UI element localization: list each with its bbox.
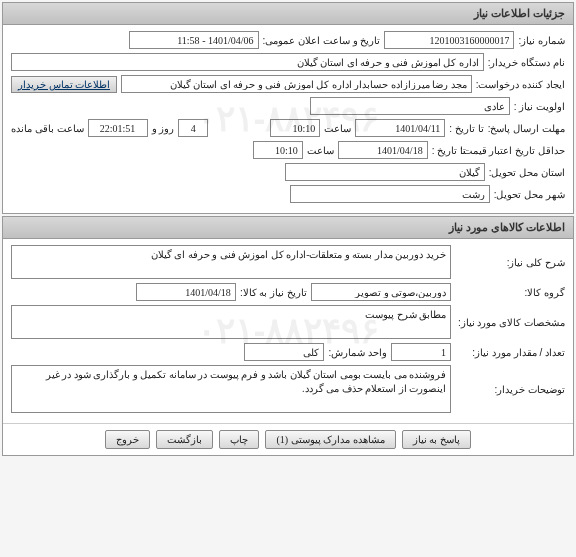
reply-button[interactable]: پاسخ به نیاز [402,430,471,449]
need-date-field[interactable] [136,283,236,301]
action-buttons-row: پاسخ به نیاز مشاهده مدارک پیوستی (1) چاپ… [3,423,573,455]
need-details-panel: جزئیات اطلاعات نیاز ۰۲۱-۸۸۲۴۹۶ شماره نیا… [2,2,574,214]
days-label: روز و [152,123,175,134]
countdown-suffix: ساعت باقی مانده [11,123,84,134]
req-no-label: شماره نیاز: [518,35,565,46]
print-button[interactable]: چاپ [219,430,259,449]
to-date-label-2: تا تاریخ : [432,145,466,156]
exit-button[interactable]: خروج [105,430,150,449]
min-date-field[interactable] [338,141,428,159]
creator-label: ایجاد کننده درخواست: [476,79,565,90]
attachments-button[interactable]: مشاهده مدارک پیوستی (1) [265,430,395,449]
notes-label: توضیحات خریدار: [455,384,565,395]
group-label: گروه کالا: [455,287,565,298]
back-button[interactable]: بازگشت [156,430,213,449]
desc-field[interactable] [11,245,451,279]
goods-info-panel: اطلاعات کالاهای مورد نیاز ۰۲۱-۸۸۲۴۹۶ شرح… [2,216,574,456]
notes-field[interactable] [11,365,451,413]
time-label-1: ساعت [324,123,351,134]
unit-label: واحد شمارش: [328,347,387,358]
buyer-org-label: نام دستگاه خریدار: [488,57,565,68]
section1-header: جزئیات اطلاعات نیاز [3,3,573,25]
priority-field[interactable] [310,97,510,115]
buyer-org-field[interactable] [11,53,484,71]
announce-label: تاریخ و ساعت اعلان عمومی: [263,35,381,46]
spec-field[interactable] [11,305,451,339]
section1-body: ۰۲۱-۸۸۲۴۹۶ شماره نیاز: تاریخ و ساعت اعلا… [3,25,573,213]
announce-field[interactable] [129,31,259,49]
deadline-time-field[interactable] [270,119,320,137]
deadline-date-field[interactable] [355,119,445,137]
qty-field[interactable] [391,343,451,361]
group-field[interactable] [311,283,451,301]
min-date-label: حداقل تاریخ اعتبار قیمت: [470,145,565,156]
desc-label: شرح کلی نیاز: [455,257,565,268]
req-no-field[interactable] [384,31,514,49]
qty-label: تعداد / مقدار مورد نیاز: [455,347,565,358]
city-label: شهر محل تحویل: [494,189,565,200]
province-field[interactable] [285,163,485,181]
deadline-label: مهلت ارسال پاسخ: [488,123,565,134]
time-label-2: ساعت [307,145,334,156]
priority-label: اولویت نیاز : [514,101,565,112]
province-label: استان محل تحویل: [489,167,565,178]
unit-field[interactable] [244,343,324,361]
city-field[interactable] [290,185,490,203]
section2-header: اطلاعات کالاهای مورد نیاز [3,217,573,239]
spec-label: مشخصات کالای مورد نیاز: [455,317,565,328]
days-remaining-field [178,119,208,137]
buyer-contact-button[interactable]: اطلاعات تماس خریدار [11,76,117,93]
creator-field[interactable] [121,75,472,93]
countdown-field [88,119,148,137]
need-date-label: تاریخ نیاز به کالا: [240,287,307,298]
to-date-label: تا تاریخ : [449,123,483,134]
min-time-field[interactable] [253,141,303,159]
section2-body: ۰۲۱-۸۸۲۴۹۶ شرح کلی نیاز: گروه کالا: تاری… [3,239,573,423]
